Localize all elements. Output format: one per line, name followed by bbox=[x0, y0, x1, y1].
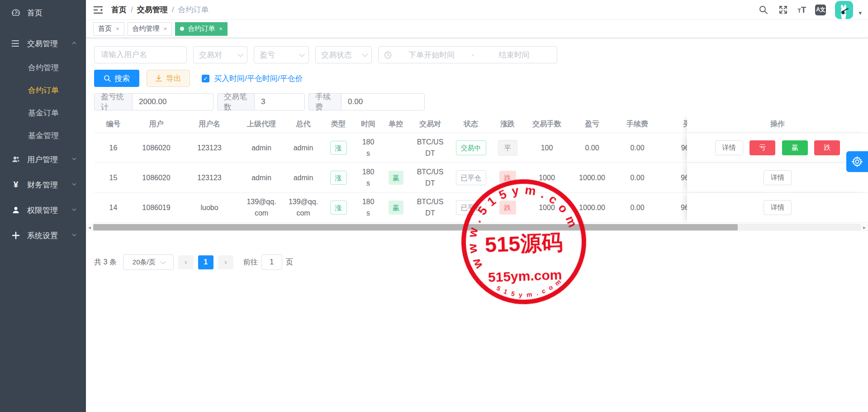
dashboard-icon bbox=[11, 8, 21, 18]
tab-home[interactable]: 首页 × bbox=[93, 22, 124, 36]
force-lose-button[interactable]: 亏 bbox=[749, 140, 775, 155]
dropdown-caret-icon[interactable]: ▾ bbox=[859, 3, 862, 16]
avatar[interactable] bbox=[835, 1, 853, 19]
profit-total-value: 2000.00 bbox=[132, 93, 213, 110]
table-row: 15 1086020 123123 admin admin 涨 180 s 赢 … bbox=[94, 163, 868, 193]
profit-total-label: 盈亏统计 bbox=[94, 93, 132, 110]
stamp-bottom-text: 5 1 5 y m . c o m bbox=[495, 277, 564, 299]
chevron-down-icon bbox=[71, 182, 77, 188]
svg-text:5 1 5 y m . c o m: 5 1 5 y m . c o m bbox=[495, 277, 564, 299]
action-row: 搜索 导出 ✓ 买入时间/平仓时间/平仓价 bbox=[94, 70, 868, 87]
total-count: 共 3 条 bbox=[94, 258, 117, 267]
page-content: 交易对 盈亏 交易状态 下单开始时间 - 结束时间 搜索 导出 bbox=[86, 38, 868, 412]
sidebar-item-label: 财务管理 bbox=[27, 180, 71, 190]
start-date-field[interactable]: 下单开始时间 bbox=[394, 50, 469, 60]
detail-button[interactable]: 详情 bbox=[715, 140, 743, 155]
search-icon[interactable] bbox=[758, 5, 769, 15]
control-win-tag: 赢 bbox=[389, 201, 403, 215]
breadcrumb-trade[interactable]: 交易管理 bbox=[137, 5, 168, 15]
sidebar-item-users[interactable]: 用户管理 bbox=[0, 147, 86, 172]
profit-select[interactable]: 盈亏 bbox=[254, 46, 309, 63]
status-trading-tag: 交易中 bbox=[456, 140, 486, 155]
next-page-button[interactable]: › bbox=[218, 255, 233, 269]
table-header-row: 编号 用户 用户名 上级代理 总代 类型 时间 单控 交易对 状态 涨跌 交易手… bbox=[94, 116, 868, 133]
detail-button[interactable]: 详情 bbox=[764, 170, 792, 185]
sidebar-item-fund-orders[interactable]: 基金订单 bbox=[0, 101, 86, 124]
close-icon[interactable]: × bbox=[219, 25, 223, 32]
sidebar-item-finance[interactable]: ¥ 财务管理 bbox=[0, 172, 86, 197]
tab-contract-manage[interactable]: 合约管理 × bbox=[128, 22, 172, 36]
sidebar-item-settings[interactable]: 系统设置 bbox=[0, 223, 86, 248]
status-closed-tag: 已平仓 bbox=[456, 170, 486, 185]
fullscreen-icon[interactable] bbox=[778, 5, 789, 15]
breadcrumb-home[interactable]: 首页 bbox=[111, 5, 127, 15]
status-select[interactable]: 交易状态 bbox=[315, 46, 372, 63]
sidebar-collapse-icon[interactable] bbox=[93, 5, 104, 15]
stamp-center-text: 515源码 bbox=[484, 230, 563, 257]
sidebar-item-contract-orders[interactable]: 合约订单 bbox=[0, 79, 86, 101]
goto-page: 前往 页 bbox=[243, 254, 293, 270]
checkbox-checked-icon[interactable]: ✓ bbox=[202, 75, 209, 82]
fee-total-label: 手续费 bbox=[308, 93, 341, 110]
chevron-down-icon bbox=[71, 232, 77, 239]
status-closed-tag: 已平仓 bbox=[456, 200, 486, 215]
updown-flat-tag: 平 bbox=[498, 140, 517, 156]
updown-fall-tag: 跌 bbox=[499, 171, 516, 185]
chevron-down-icon bbox=[71, 156, 77, 163]
force-win-button[interactable]: 赢 bbox=[782, 140, 808, 155]
yen-icon: ¥ bbox=[11, 180, 21, 190]
scrollbar-track[interactable] bbox=[93, 224, 861, 231]
scrollbar-thumb[interactable] bbox=[93, 224, 738, 230]
pair-select[interactable]: 交易对 bbox=[193, 46, 247, 63]
sidebar-item-permission[interactable]: 权限管理 bbox=[0, 197, 86, 223]
checkbox-label: 买入时间/平仓时间/平仓价 bbox=[214, 73, 303, 84]
show-close-columns-checkbox[interactable]: ✓ 买入时间/平仓时间/平仓价 bbox=[202, 73, 303, 84]
type-rise-tag: 涨 bbox=[330, 201, 347, 215]
translate-icon[interactable]: A文 bbox=[815, 5, 826, 15]
sidebar-item-label: 首页 bbox=[27, 8, 77, 18]
sidebar-item-contract-manage[interactable]: 合约管理 bbox=[0, 56, 86, 79]
sidebar-item-label: 系统设置 bbox=[27, 230, 71, 241]
page-size-select[interactable]: 20条/页 bbox=[123, 254, 174, 270]
page-1-button[interactable]: 1 bbox=[198, 255, 213, 269]
settings-gear-button[interactable] bbox=[846, 151, 868, 172]
search-button[interactable]: 搜索 bbox=[94, 70, 139, 87]
breadcrumb-current: 合约订单 bbox=[178, 5, 209, 15]
prev-page-button[interactable]: ‹ bbox=[178, 255, 194, 269]
font-size-icon[interactable]: TT bbox=[798, 5, 806, 15]
sidebar-item-trade[interactable]: 交易管理 bbox=[0, 31, 86, 56]
chevron-down-icon bbox=[237, 51, 243, 57]
type-rise-tag: 涨 bbox=[330, 141, 347, 155]
sidebar-item-fund-manage[interactable]: 基金管理 bbox=[0, 124, 86, 147]
chevron-down-icon bbox=[71, 207, 77, 214]
chevron-down-icon bbox=[362, 51, 368, 57]
table-row: 16 1086020 123123 admin admin 涨 180 s BT… bbox=[94, 133, 868, 163]
main-area: 首页 / 交易管理 / 合约订单 TT A文 ▾ 首页 × 合 bbox=[86, 0, 868, 412]
updown-fall-tag: 跌 bbox=[499, 201, 516, 215]
tab-contract-orders[interactable]: 合约订单 × bbox=[175, 22, 228, 36]
sidebar-item-home[interactable]: 首页 bbox=[0, 0, 86, 25]
detail-button[interactable]: 详情 bbox=[764, 200, 792, 215]
tag-view-bar: 首页 × 合约管理 × 合约订单 × bbox=[86, 20, 868, 38]
pagination: 共 3 条 20条/页 ‹ 1 › 前往 页 bbox=[94, 254, 868, 270]
close-icon[interactable]: × bbox=[164, 25, 167, 32]
active-dot bbox=[180, 27, 184, 31]
chevron-up-icon bbox=[71, 40, 77, 47]
sidebar-item-label: 用户管理 bbox=[27, 154, 71, 165]
end-date-field[interactable]: 结束时间 bbox=[477, 50, 551, 60]
goto-page-input[interactable] bbox=[261, 254, 282, 270]
close-icon[interactable]: × bbox=[116, 25, 119, 32]
scroll-right-icon[interactable]: ▸ bbox=[861, 224, 868, 231]
date-range-picker[interactable]: 下单开始时间 - 结束时间 bbox=[378, 46, 557, 63]
breadcrumb-separator: / bbox=[131, 5, 133, 14]
person-icon bbox=[11, 205, 21, 215]
username-input[interactable] bbox=[94, 46, 187, 63]
chevron-down-icon bbox=[299, 51, 305, 57]
export-button[interactable]: 导出 bbox=[147, 70, 190, 87]
chevron-down-icon bbox=[160, 259, 166, 264]
type-rise-tag: 涨 bbox=[330, 171, 347, 185]
horizontal-scrollbar[interactable]: ◂ ▸ bbox=[86, 224, 868, 231]
force-fall-button[interactable]: 跌 bbox=[814, 140, 840, 155]
scroll-left-icon[interactable]: ◂ bbox=[86, 224, 93, 231]
breadcrumb-separator: / bbox=[172, 5, 174, 14]
